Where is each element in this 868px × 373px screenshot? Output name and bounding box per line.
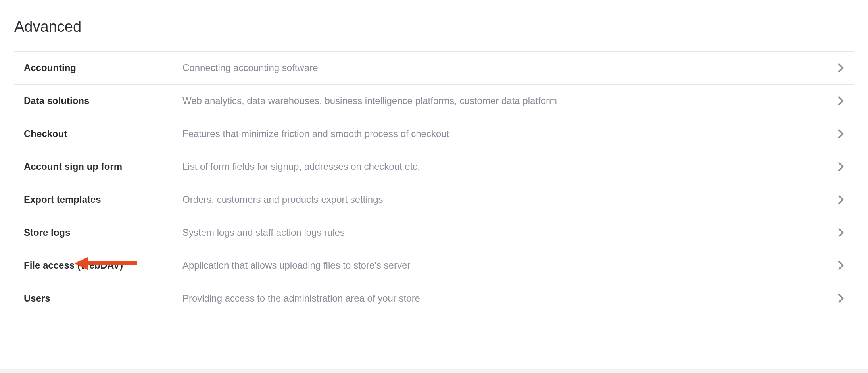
list-item-desc: Connecting accounting software (182, 62, 837, 73)
footer-bar (0, 369, 868, 373)
page-title: Advanced (14, 18, 854, 35)
list-item-accounting[interactable]: Accounting Connecting accounting softwar… (14, 51, 854, 84)
list-item-checkout[interactable]: Checkout Features that minimize friction… (14, 117, 854, 150)
list-item-desc: Web analytics, data warehouses, business… (182, 95, 837, 106)
list-item-desc: System logs and staff action logs rules (182, 227, 837, 238)
chevron-right-icon (837, 95, 844, 106)
list-item-data-solutions[interactable]: Data solutions Web analytics, data wareh… (14, 84, 854, 117)
chevron-right-icon (837, 227, 844, 238)
list-item-export-templates[interactable]: Export templates Orders, customers and p… (14, 183, 854, 216)
chevron-right-icon (837, 128, 844, 139)
list-item-label: Account sign up form (24, 161, 182, 172)
list-item-desc: Providing access to the administration a… (182, 293, 837, 304)
chevron-right-icon (837, 260, 844, 271)
list-item-label: Data solutions (24, 95, 182, 106)
list-item-desc: Features that minimize friction and smoo… (182, 128, 837, 139)
list-item-label: File access (WebDAV) (24, 260, 182, 271)
list-item-desc: Application that allows uploading files … (182, 260, 837, 271)
settings-list: Accounting Connecting accounting softwar… (14, 51, 854, 315)
chevron-right-icon (837, 194, 844, 205)
list-item-desc: Orders, customers and products export se… (182, 194, 837, 205)
list-item-label: Accounting (24, 62, 182, 73)
list-item-file-access-webdav[interactable]: File access (WebDAV) Application that al… (14, 249, 854, 282)
list-item-store-logs[interactable]: Store logs System logs and staff action … (14, 216, 854, 249)
chevron-right-icon (837, 62, 844, 73)
list-item-desc: List of form fields for signup, addresse… (182, 161, 837, 172)
list-item-account-signup-form[interactable]: Account sign up form List of form fields… (14, 150, 854, 183)
list-item-label: Export templates (24, 194, 182, 205)
chevron-right-icon (837, 161, 844, 172)
list-item-users[interactable]: Users Providing access to the administra… (14, 282, 854, 315)
list-item-label: Store logs (24, 227, 182, 238)
chevron-right-icon (837, 293, 844, 304)
list-item-label: Checkout (24, 128, 182, 139)
list-item-label: Users (24, 293, 182, 304)
